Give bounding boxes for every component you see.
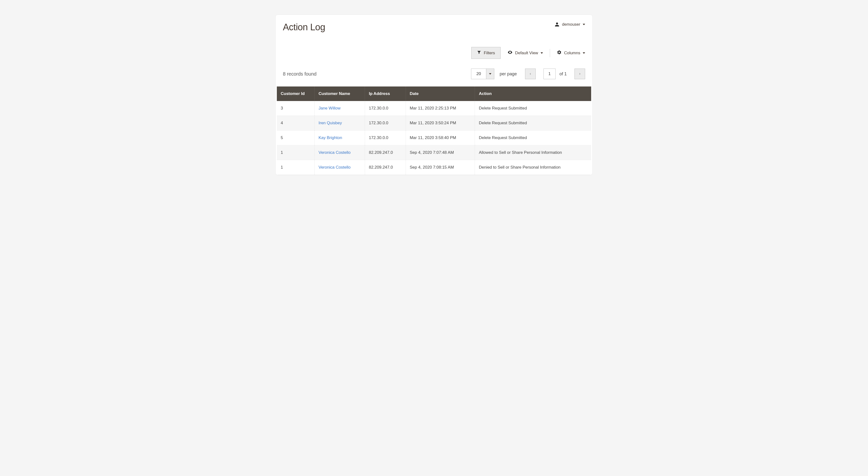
cell-action: Delete Request Submitted xyxy=(475,116,591,130)
cell-action: Allowed to Sell or Share Personal Inform… xyxy=(475,145,591,160)
cell-ip-address: 172.30.0.0 xyxy=(365,116,406,130)
page-size-dropdown[interactable] xyxy=(486,68,494,79)
cell-customer-id: 1 xyxy=(277,160,315,175)
chevron-down-icon xyxy=(540,52,543,54)
header-bar: Action Log demouser xyxy=(276,22,592,47)
cell-date: Mar 11, 2020 2:25:13 PM xyxy=(406,101,475,116)
cell-date: Mar 11, 2020 3:50:24 PM xyxy=(406,116,475,130)
cell-customer-name: Iren Quisbey xyxy=(315,116,365,130)
table-row[interactable]: 4Iren Quisbey172.30.0.0Mar 11, 2020 3:50… xyxy=(277,116,591,130)
customer-link[interactable]: Jane Willow xyxy=(318,106,341,111)
page-size-selector xyxy=(471,68,494,79)
cell-action: Delete Request Submitted xyxy=(475,101,591,116)
customer-link[interactable]: Kay Brighton xyxy=(318,136,342,140)
user-menu[interactable]: demouser xyxy=(555,22,585,27)
columns-button[interactable]: Columns xyxy=(557,50,585,56)
view-label: Default View xyxy=(515,51,538,56)
page-size-input[interactable] xyxy=(471,68,486,79)
user-name: demouser xyxy=(562,22,580,27)
col-ip-address[interactable]: Ip Address xyxy=(365,87,406,101)
cell-customer-id: 4 xyxy=(277,116,315,130)
columns-label: Columns xyxy=(564,51,580,56)
filters-label: Filters xyxy=(484,51,495,56)
table-row[interactable]: 5Kay Brighton172.30.0.0Mar 11, 2020 3:58… xyxy=(277,130,591,145)
page-title: Action Log xyxy=(283,22,325,32)
customer-link[interactable]: Veronica Costello xyxy=(318,165,350,170)
table-row[interactable]: 3Jane Willow172.30.0.0Mar 11, 2020 2:25:… xyxy=(277,101,591,116)
col-customer-id[interactable]: Customer Id xyxy=(277,87,315,101)
cell-date: Sep 4, 2020 7:07:48 AM xyxy=(406,145,475,160)
list-controls: 8 records found per page of 1 xyxy=(276,68,592,87)
chevron-down-icon xyxy=(583,24,585,25)
prev-page-button[interactable] xyxy=(525,68,536,79)
cell-customer-name: Kay Brighton xyxy=(315,130,365,145)
pagination-controls: per page of 1 xyxy=(471,68,585,79)
cell-customer-name: Jane Willow xyxy=(315,101,365,116)
cell-ip-address: 82.209.247.0 xyxy=(365,160,406,175)
grid-toolbar: Filters Default View Columns xyxy=(276,47,592,68)
records-found: 8 records found xyxy=(283,71,316,77)
cell-ip-address: 82.209.247.0 xyxy=(365,145,406,160)
cell-action: Delete Request Submitted xyxy=(475,130,591,145)
chevron-down-icon xyxy=(583,52,585,54)
action-log-table: Customer Id Customer Name Ip Address Dat… xyxy=(277,87,591,175)
cell-customer-id: 1 xyxy=(277,145,315,160)
filters-button[interactable]: Filters xyxy=(471,47,500,59)
cell-customer-name: Veronica Costello xyxy=(315,145,365,160)
funnel-icon xyxy=(477,50,481,56)
next-page-button[interactable] xyxy=(575,68,585,79)
eye-icon xyxy=(507,50,513,56)
col-date[interactable]: Date xyxy=(406,87,475,101)
view-selector[interactable]: Default View xyxy=(507,50,543,56)
cell-customer-name: Veronica Costello xyxy=(315,160,365,175)
cell-customer-id: 3 xyxy=(277,101,315,116)
col-customer-name[interactable]: Customer Name xyxy=(315,87,365,101)
cell-date: Sep 4, 2020 7:08:15 AM xyxy=(406,160,475,175)
cell-customer-id: 5 xyxy=(277,130,315,145)
user-icon xyxy=(555,22,559,27)
chevron-right-icon xyxy=(578,72,581,76)
chevron-down-icon xyxy=(489,73,491,75)
per-page-label: per page xyxy=(500,71,517,77)
table-row[interactable]: 1Veronica Costello82.209.247.0Sep 4, 202… xyxy=(277,160,591,175)
customer-link[interactable]: Iren Quisbey xyxy=(318,121,342,125)
page-total: of 1 xyxy=(559,71,567,77)
customer-link[interactable]: Veronica Costello xyxy=(318,150,350,155)
admin-panel: Action Log demouser Filters Default View xyxy=(275,14,593,175)
current-page-input[interactable] xyxy=(544,68,556,79)
cell-action: Denied to Sell or Share Personal Informa… xyxy=(475,160,591,175)
table-row[interactable]: 1Veronica Costello82.209.247.0Sep 4, 202… xyxy=(277,145,591,160)
col-action[interactable]: Action xyxy=(475,87,591,101)
cell-date: Mar 11, 2020 3:58:40 PM xyxy=(406,130,475,145)
cell-ip-address: 172.30.0.0 xyxy=(365,130,406,145)
gear-icon xyxy=(557,50,562,56)
cell-ip-address: 172.30.0.0 xyxy=(365,101,406,116)
chevron-left-icon xyxy=(529,72,532,76)
table-header-row: Customer Id Customer Name Ip Address Dat… xyxy=(277,87,591,101)
